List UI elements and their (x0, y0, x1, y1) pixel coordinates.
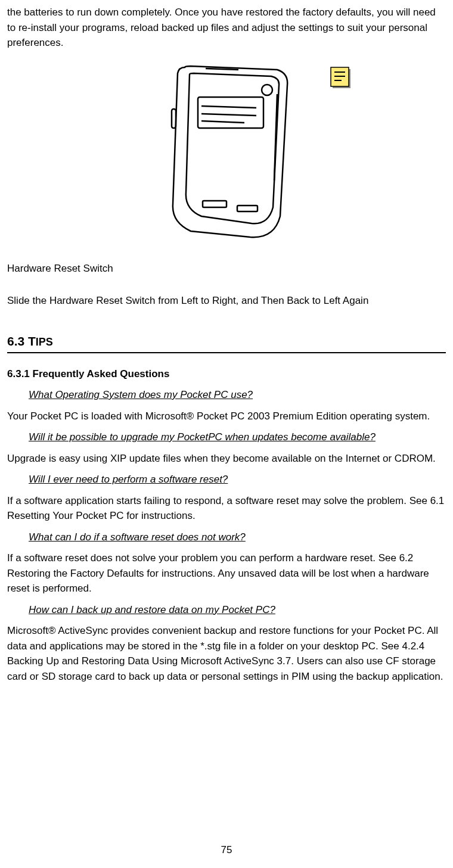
svg-rect-1 (203, 201, 226, 207)
svg-rect-0 (172, 109, 176, 128)
faq-list: What Operating System does my Pocket PC … (7, 387, 446, 684)
section-number: 6.3 (7, 334, 28, 348)
svg-rect-2 (237, 206, 257, 211)
section-title-small: IPS (36, 336, 53, 348)
faq-question: Will I ever need to perform a software r… (29, 472, 446, 487)
svg-line-3 (206, 69, 238, 70)
pocket-pc-outline-icon (149, 61, 304, 245)
faq-answer: Your Pocket PC is loaded with Microsoft®… (7, 409, 446, 424)
page-number: 75 (0, 842, 453, 858)
section-title-cap: T (28, 334, 36, 348)
faq-answer: If a software application starts failing… (7, 493, 446, 524)
faq-question: Will it be possible to upgrade my Pocket… (29, 430, 446, 445)
figure-instruction: Slide the Hardware Reset Switch from Lef… (7, 293, 446, 309)
faq-question: What Operating System does my Pocket PC … (29, 387, 446, 403)
faq-answer: If a software reset does not solve your … (7, 550, 446, 596)
svg-line-6 (201, 106, 256, 108)
svg-line-8 (201, 121, 244, 123)
faq-answer: Upgrade is easy using XIP update files w… (7, 451, 446, 466)
faq-answer: Microsoft® ActiveSync provides convenien… (7, 623, 446, 684)
section-heading: 6.3 TIPS (7, 332, 446, 353)
intro-paragraph: the batteries to run down completely. On… (7, 5, 446, 51)
note-icon (330, 66, 353, 96)
subsection-heading: 6.3.1 Frequently Asked Questions (7, 366, 446, 382)
faq-question: How can I back up and restore data on my… (29, 602, 446, 618)
svg-line-7 (201, 114, 256, 116)
svg-point-4 (262, 85, 272, 95)
figure-caption: Hardware Reset Switch (7, 261, 446, 276)
svg-rect-5 (198, 97, 263, 128)
faq-question: What can I do if a software reset does n… (29, 530, 446, 545)
device-figure (7, 61, 446, 245)
